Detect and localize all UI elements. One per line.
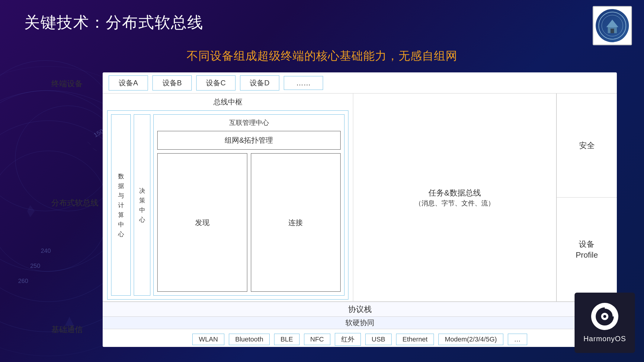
soft-hard-row: 软硬协同 [103, 317, 617, 329]
connect-box: 连接 [251, 153, 341, 292]
task-bus-title: 任务&数据总线 [428, 187, 481, 199]
tech-ble: BLE [274, 334, 300, 345]
top-right-logo [593, 6, 632, 45]
tech-usb: USB [365, 334, 392, 345]
device-a: 设备A [109, 75, 148, 91]
device-more: …… [284, 76, 323, 90]
label-terminal: 终端设备 [51, 72, 100, 94]
bus-inner: 数据与计算中心 决策中心 互联管理中心 组网&拓扑管理 发现 连接 [107, 110, 348, 300]
basic-comm-section: 软硬协同 WLAN Bluetooth BLE NFC 红外 USB Ether… [103, 317, 617, 347]
data-center-block: 数据与计算中心 [111, 114, 131, 296]
svg-marker-11 [606, 20, 618, 27]
profile-section: 设备Profile [557, 198, 617, 301]
devices-row: 设备A 设备B 设备C 设备D …… [103, 72, 617, 94]
tech-nfc: NFC [304, 334, 330, 345]
task-bus-section: 任务&数据总线 （消息、字节、文件、流） [353, 94, 556, 301]
discovery-box: 发现 [157, 153, 247, 292]
protocol-stack-row: 协议栈 [103, 302, 617, 317]
logo-svg [597, 11, 627, 41]
svg-point-16 [603, 315, 606, 318]
subtitle: 不同设备组成超级终端的核心基础能力，无感自组网 [0, 48, 644, 64]
interconnect-section: 互联管理中心 组网&拓扑管理 发现 连接 [153, 114, 344, 296]
tech-infrared: 红外 [335, 333, 361, 346]
tech-wlan: WLAN [192, 334, 224, 345]
label-basic-comm: 基础通信 [51, 312, 100, 347]
harmonyos-label: HarmonyOS [583, 335, 626, 343]
tech-ethernet: Ethernet [396, 334, 434, 345]
device-d: 设备D [240, 75, 279, 91]
tech-more: … [508, 334, 527, 345]
svg-rect-12 [610, 29, 614, 33]
harmony-circle [591, 303, 618, 330]
page-title: 关键技术：分布式软总线 [24, 12, 203, 33]
bus-blocks: 数据与计算中心 决策中心 互联管理中心 组网&拓扑管理 发现 连接 [111, 114, 344, 296]
task-bus-subtitle: （消息、字节、文件、流） [415, 199, 495, 208]
content-area: 总线中枢 数据与计算中心 决策中心 互联管理中心 组网&拓扑管理 [103, 94, 617, 302]
scale-mark-240: 240 [41, 247, 51, 254]
bus-hub-section: 总线中枢 数据与计算中心 决策中心 互联管理中心 组网&拓扑管理 [103, 94, 353, 301]
left-labels: 终端设备 分布式软总线 基础通信 [51, 72, 100, 347]
harmonyos-logo: HarmonyOS [575, 293, 635, 353]
logo-circle [596, 9, 629, 42]
tech-bluetooth: Bluetooth [229, 334, 270, 345]
svg-marker-6 [27, 205, 35, 217]
right-sections: 安全 设备Profile [556, 94, 617, 301]
tech-row: WLAN Bluetooth BLE NFC 红外 USB Ethernet M… [188, 332, 531, 347]
security-section: 安全 [557, 94, 617, 198]
label-soft-bus: 分布式软总线 [51, 94, 100, 312]
tech-modem: Modem(2/3/4/5G) [438, 334, 503, 345]
interconnect-title: 互联管理中心 [157, 118, 341, 127]
bus-hub-title: 总线中枢 [107, 97, 348, 107]
harmony-svg [591, 303, 618, 330]
scale-mark-260: 260 [18, 278, 28, 284]
device-b: 设备B [152, 75, 192, 91]
scale-mark-250: 250 [30, 262, 40, 269]
discovery-connect-row: 发现 连接 [157, 153, 341, 292]
main-diagram: 终端设备 分布式软总线 基础通信 设备A 设备B 设备C 设备D …… 总线中枢… [103, 72, 617, 347]
decision-block: 决策中心 [134, 114, 150, 296]
device-c: 设备C [196, 75, 235, 91]
topo-box: 组网&拓扑管理 [157, 131, 341, 150]
